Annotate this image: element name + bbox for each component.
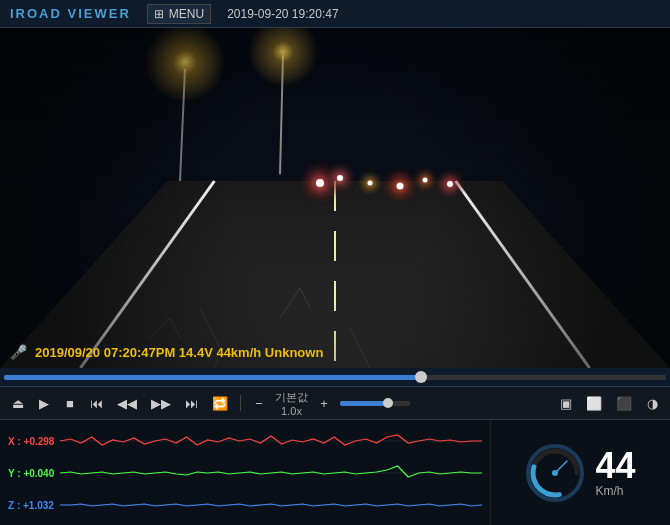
volume-down-button[interactable]: − (249, 394, 269, 413)
z-axis-svg (60, 491, 482, 519)
volume-slider[interactable] (340, 401, 410, 406)
svg-line-7 (555, 461, 567, 473)
video-info-overlay: 🎤 2019/09/20 07:20:47PM 14.4V 44km/h Unk… (10, 344, 323, 360)
speedometer-panel: 44 Km/h (490, 420, 670, 525)
y-axis-row: Y : +0.040 (8, 458, 482, 488)
rewind-button[interactable]: ◀◀ (113, 394, 141, 413)
screen-mode-2-button[interactable]: ⬜ (582, 394, 606, 413)
progress-bar-area[interactable] (0, 368, 670, 386)
brightness-button[interactable]: ◑ (642, 394, 662, 413)
repeat-button[interactable]: 🔁 (208, 394, 232, 413)
volume-thumb[interactable] (383, 398, 393, 408)
prev-button[interactable]: ⏮ (86, 394, 107, 413)
top-bar: IROAD VIEWER ⊞ MENU 2019-09-20 19:20:47 (0, 0, 670, 28)
menu-button[interactable]: ⊞ MENU (147, 4, 211, 24)
controls-bar: ⏏ ▶ ■ ⏮ ◀◀ ▶▶ ⏭ 🔁 − 기본값 1.0x + ▣ ⬜ ⬛ ◑ (0, 386, 670, 420)
z-axis-graph (60, 491, 482, 519)
recording-timestamp: 2019-09-20 19:20:47 (227, 7, 338, 21)
x-axis-graph (60, 427, 482, 455)
x-axis-svg (60, 427, 482, 455)
eject-button[interactable]: ⏏ (8, 394, 28, 413)
speed-value: 44 (595, 448, 635, 484)
speedometer-gauge (525, 443, 585, 503)
volume-fill (340, 401, 388, 406)
stop-button[interactable]: ■ (60, 394, 80, 413)
z-axis-row: Z : +1.032 (8, 490, 482, 520)
volume-control: 기본값 1.0x (275, 390, 308, 417)
x-axis-row: X : +0.298 (8, 426, 482, 456)
screen-mode-3-button[interactable]: ⬛ (612, 394, 636, 413)
grid-icon: ⊞ (154, 7, 164, 21)
screen-mode-1-button[interactable]: ▣ (556, 394, 576, 413)
volume-name-label: 기본값 (275, 390, 308, 405)
menu-label: MENU (169, 7, 204, 21)
y-axis-graph (60, 459, 482, 487)
video-display: 🎤 2019/09/20 07:20:47PM 14.4V 44km/h Unk… (0, 28, 670, 368)
speed-display: 44 Km/h (595, 448, 635, 498)
play-button[interactable]: ▶ (34, 394, 54, 413)
y-axis-svg (60, 459, 482, 487)
sensor-graph-area: X : +0.298 Y : +0.040 Z : +1.032 (0, 420, 490, 525)
playback-speed-label: 1.0x (281, 405, 302, 417)
y-axis-label: Y : +0.040 (8, 468, 60, 479)
fast-forward-button[interactable]: ▶▶ (147, 394, 175, 413)
progress-fill (4, 375, 421, 380)
bottom-panel: X : +0.298 Y : +0.040 Z : +1.032 (0, 420, 670, 525)
separator-1 (240, 395, 241, 411)
progress-thumb[interactable] (415, 371, 427, 383)
x-axis-label: X : +0.298 (8, 436, 60, 447)
z-axis-label: Z : +1.032 (8, 500, 60, 511)
video-metadata: 2019/09/20 07:20:47PM 14.4V 44km/h Unkno… (35, 345, 323, 360)
volume-up-button[interactable]: + (314, 394, 334, 413)
progress-track[interactable] (4, 375, 666, 380)
microphone-icon: 🎤 (10, 344, 27, 360)
road-canvas (0, 28, 670, 368)
next-button[interactable]: ⏭ (181, 394, 202, 413)
speed-unit: Km/h (595, 484, 623, 498)
app-logo: IROAD VIEWER (10, 6, 131, 21)
